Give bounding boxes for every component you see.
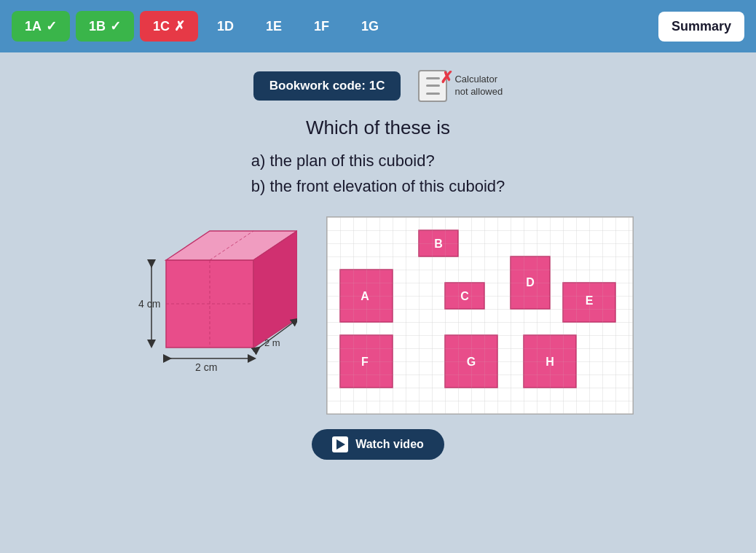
- nav-bar: 1A ✓ 1B ✓ 1C ✗ 1D 1E 1F 1G Summary: [0, 0, 756, 52]
- answer-grid-svg: A B C D E F G: [327, 217, 633, 414]
- tab-1A[interactable]: 1A ✓: [12, 11, 70, 42]
- watch-video-label: Watch video: [355, 438, 424, 451]
- svg-rect-14: [327, 217, 633, 414]
- play-icon: [332, 436, 348, 452]
- check-icon-1A: ✓: [46, 18, 57, 34]
- cross-icon-1C: ✗: [174, 18, 185, 34]
- question-body: a) the plan of this cuboid? b) the front…: [251, 148, 505, 199]
- question-line-1: a) the plan of this cuboid?: [251, 148, 505, 173]
- calculator-icon: ✗: [418, 70, 447, 102]
- calc-line-3: [426, 93, 441, 95]
- tab-1C-label: 1C: [153, 19, 170, 34]
- svg-text:4 cm: 4 cm: [138, 298, 160, 310]
- calc-line-1: [426, 77, 441, 79]
- calculator-badge: ✗ Calculator not allowed: [418, 70, 503, 102]
- tab-summary-label: Summary: [672, 19, 731, 34]
- tab-1D-label: 1D: [217, 19, 234, 34]
- play-triangle: [336, 439, 345, 450]
- tab-1B[interactable]: 1B ✓: [76, 11, 134, 42]
- tab-1E-label: 1E: [266, 19, 282, 34]
- tab-1G[interactable]: 1G: [348, 12, 392, 42]
- info-row: Bookwork code: 1C ✗ Calculator not allow…: [253, 70, 503, 102]
- tab-summary[interactable]: Summary: [658, 12, 744, 42]
- check-icon-1B: ✓: [110, 18, 121, 34]
- calculator-not-allowed-x: ✗: [440, 68, 453, 87]
- tab-1D[interactable]: 1D: [204, 12, 247, 42]
- question-line-2: b) the front elevation of this cuboid?: [251, 173, 505, 199]
- tab-1C[interactable]: 1C ✗: [140, 11, 198, 42]
- tab-1E[interactable]: 1E: [253, 12, 295, 42]
- calculator-label: Calculator not allowed: [454, 74, 503, 98]
- cuboid-area: 4 cm 2 cm 2 m: [122, 216, 297, 384]
- answer-grid: A B C D E F G: [326, 216, 634, 415]
- cuboid-svg: 4 cm 2 cm 2 m: [122, 216, 297, 384]
- tab-1A-label: 1A: [25, 19, 42, 34]
- main-content: Bookwork code: 1C ✗ Calculator not allow…: [0, 52, 756, 553]
- tab-1G-label: 1G: [361, 19, 379, 34]
- content-row: 4 cm 2 cm 2 m A: [29, 216, 727, 415]
- tab-1F[interactable]: 1F: [301, 12, 342, 42]
- watch-video-button[interactable]: Watch video: [312, 429, 444, 460]
- svg-text:2 cm: 2 cm: [195, 361, 217, 373]
- calc-line-2: [426, 85, 441, 87]
- calculator-text-line2: not allowed: [454, 86, 503, 98]
- calculator-text-line1: Calculator: [454, 74, 503, 86]
- bookwork-code: Bookwork code: 1C: [253, 71, 401, 101]
- question-title: Which of these is: [306, 117, 450, 139]
- svg-text:2 m: 2 m: [264, 337, 280, 348]
- tab-1B-label: 1B: [89, 19, 106, 34]
- tab-1F-label: 1F: [314, 19, 329, 34]
